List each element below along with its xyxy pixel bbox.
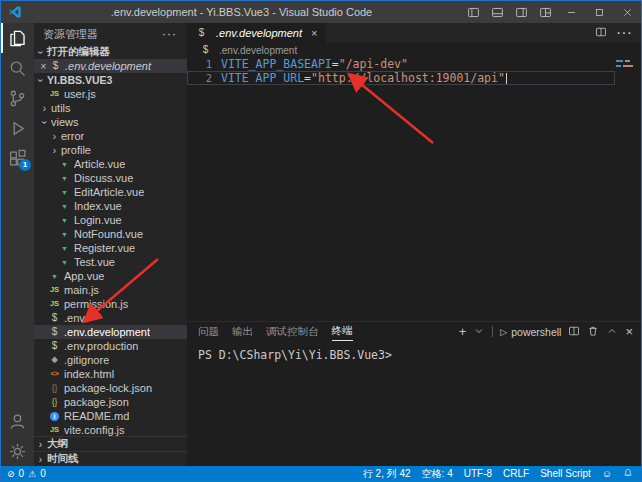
kill-terminal-trash-icon[interactable] bbox=[587, 323, 599, 341]
split-editor-icon[interactable] bbox=[595, 24, 607, 42]
js-file-icon: JS bbox=[49, 300, 60, 308]
maximize-button[interactable] bbox=[585, 1, 613, 23]
toggle-panel-icon[interactable] bbox=[485, 1, 509, 23]
status-bar-right: 行 2, 列 42 空格: 4 UTF-8 CRLF Shell Script … bbox=[363, 467, 633, 481]
outline-section-header[interactable]: › 大纲 bbox=[34, 436, 187, 451]
terminal-instance[interactable]: ▷ powershell bbox=[500, 326, 561, 338]
tree-item-package-lock.json[interactable]: {}package-lock.json bbox=[34, 381, 187, 395]
vue-file-icon: ▼ bbox=[59, 217, 70, 224]
tree-item-Login.vue[interactable]: ▼Login.vue bbox=[34, 213, 187, 227]
maximize-panel-icon[interactable] bbox=[606, 323, 618, 341]
open-editor-name: .env.development bbox=[65, 60, 151, 72]
cursor-position[interactable]: 行 2, 列 42 bbox=[363, 467, 411, 481]
tree-item-.env[interactable]: $.env bbox=[34, 311, 187, 325]
breadcrumb[interactable]: $ .env.development bbox=[187, 43, 641, 57]
chevron-right-icon: › bbox=[38, 103, 51, 114]
tree-item-EditArticle.vue[interactable]: ▼EditArticle.vue bbox=[34, 185, 187, 199]
tree-item-views[interactable]: ›views bbox=[34, 115, 187, 129]
code-line-2[interactable]: 2VITE_APP_URL="http://localhost:19001/ap… bbox=[187, 71, 641, 85]
encoding[interactable]: UTF-8 bbox=[464, 468, 492, 479]
eol[interactable]: CRLF bbox=[503, 468, 529, 479]
tree-item-.gitignore[interactable]: ◆.gitignore bbox=[34, 353, 187, 367]
chevron-right-icon: › bbox=[48, 131, 61, 142]
split-terminal-icon[interactable] bbox=[568, 323, 580, 341]
terminal-instance-label: powershell bbox=[511, 326, 561, 338]
timeline-section-header[interactable]: › 时间线 bbox=[34, 451, 187, 466]
tree-item-profile[interactable]: ›profile bbox=[34, 143, 187, 157]
search-icon[interactable] bbox=[1, 53, 34, 83]
project-root-header[interactable]: › YI.BBS.VUE3 bbox=[34, 73, 187, 87]
more-actions-icon[interactable]: ··· bbox=[616, 24, 632, 42]
shell-file-icon: $ bbox=[49, 313, 60, 323]
customize-layout-icon[interactable] bbox=[533, 1, 557, 23]
file-name: .env bbox=[64, 312, 85, 324]
tree-item-Register.vue[interactable]: ▼Register.vue bbox=[34, 241, 187, 255]
panel-tab-调试控制台[interactable]: 调试控制台 bbox=[266, 322, 319, 341]
error-count: 0 bbox=[19, 468, 25, 479]
explorer-icon[interactable] bbox=[1, 23, 34, 53]
line-number: 1 bbox=[187, 57, 221, 71]
shell-file-icon: $ bbox=[200, 45, 211, 55]
panel-tab-问题[interactable]: 问题 bbox=[198, 322, 219, 341]
tree-item-.env.development[interactable]: $.env.development bbox=[34, 325, 187, 339]
code-editor[interactable]: 1VITE_APP_BASEAPI="/api-dev"2VITE_APP_UR… bbox=[187, 57, 641, 321]
tree-item-utils[interactable]: ›utils bbox=[34, 101, 187, 115]
file-name: vite.config.js bbox=[64, 424, 125, 436]
tree-item-permission.js[interactable]: JSpermission.js bbox=[34, 297, 187, 311]
notifications-bell-icon[interactable] bbox=[623, 468, 633, 480]
tree-item-NotFound.vue[interactable]: ▼NotFound.vue bbox=[34, 227, 187, 241]
problems-status[interactable]: ⊘ 0 ⚠ 0 bbox=[7, 468, 46, 479]
editor-tab-env-development[interactable]: $ .env.development × bbox=[187, 23, 326, 43]
vscode-window: .env.development - Yi.BBS.Vue3 - Visual … bbox=[0, 0, 642, 482]
toggle-sidebar-icon[interactable] bbox=[461, 1, 485, 23]
source-control-icon[interactable] bbox=[1, 83, 34, 113]
js-file-icon: JS bbox=[49, 426, 60, 434]
json-lock-file-icon: {} bbox=[49, 384, 60, 393]
open-editors-header[interactable]: › 打开的编辑器 bbox=[34, 45, 187, 59]
tree-item-Test.vue[interactable]: ▼Test.vue bbox=[34, 255, 187, 269]
terminal-dropdown-icon[interactable] bbox=[473, 323, 485, 341]
run-debug-icon[interactable] bbox=[1, 113, 34, 143]
new-terminal-icon[interactable]: + bbox=[459, 325, 467, 338]
vscode-logo-icon bbox=[8, 5, 22, 19]
tree-item-App.vue[interactable]: ▼App.vue bbox=[34, 269, 187, 283]
text-cursor bbox=[506, 73, 507, 84]
indentation[interactable]: 空格: 4 bbox=[422, 467, 453, 481]
file-name: Test.vue bbox=[74, 256, 115, 268]
code-text: VITE_APP_BASEAPI="/api-dev" bbox=[221, 57, 408, 71]
sidebar-more-actions-icon[interactable]: ··· bbox=[162, 27, 177, 41]
tree-item-Discuss.vue[interactable]: ▼Discuss.vue bbox=[34, 171, 187, 185]
close-window-button[interactable] bbox=[613, 1, 641, 23]
close-panel-icon[interactable]: × bbox=[625, 325, 633, 338]
tree-item-package.json[interactable]: {}package.json bbox=[34, 395, 187, 409]
code-line-1[interactable]: 1VITE_APP_BASEAPI="/api-dev" bbox=[187, 57, 641, 71]
warning-count: 0 bbox=[40, 468, 46, 479]
terminal-prompt: PS D:\CSharp\Yi\Yi.BBS.Vue3> bbox=[198, 348, 392, 362]
panel-actions: + ▷ powershell bbox=[459, 323, 633, 341]
vue-file-icon: ▼ bbox=[59, 231, 70, 238]
panel-tab-终端[interactable]: 终端 bbox=[332, 322, 353, 341]
account-icon[interactable] bbox=[1, 406, 34, 436]
toggle-secondary-sidebar-icon[interactable] bbox=[509, 1, 533, 23]
minimize-button[interactable] bbox=[557, 1, 585, 23]
close-tab-icon[interactable]: × bbox=[311, 27, 317, 39]
terminal-output[interactable]: PS D:\CSharp\Yi\Yi.BBS.Vue3> bbox=[187, 341, 641, 362]
tree-item-main.js[interactable]: JSmain.js bbox=[34, 283, 187, 297]
extensions-icon[interactable]: 1 bbox=[1, 143, 34, 173]
tree-item-.env.production[interactable]: $.env.production bbox=[34, 339, 187, 353]
settings-gear-icon[interactable] bbox=[1, 436, 34, 466]
tree-item-vite.config.js[interactable]: JSvite.config.js bbox=[34, 423, 187, 436]
open-editor-item[interactable]: × $ .env.development bbox=[34, 59, 187, 73]
tree-item-user.js[interactable]: JSuser.js bbox=[34, 87, 187, 101]
tree-item-index.html[interactable]: <>index.html bbox=[34, 367, 187, 381]
tree-item-Article.vue[interactable]: ▼Article.vue bbox=[34, 157, 187, 171]
language-mode[interactable]: Shell Script bbox=[540, 468, 591, 479]
window-title: .env.development - Yi.BBS.Vue3 - Visual … bbox=[22, 6, 461, 18]
tree-item-README.md[interactable]: iREADME.md bbox=[34, 409, 187, 423]
tree-item-Index.vue[interactable]: ▼Index.vue bbox=[34, 199, 187, 213]
tree-item-error[interactable]: ›error bbox=[34, 129, 187, 143]
feedback-smiley-icon[interactable]: ☺ bbox=[602, 468, 612, 479]
panel-tab-输出[interactable]: 输出 bbox=[232, 322, 253, 341]
minimap[interactable] bbox=[616, 60, 636, 70]
close-icon[interactable]: × bbox=[37, 61, 50, 72]
